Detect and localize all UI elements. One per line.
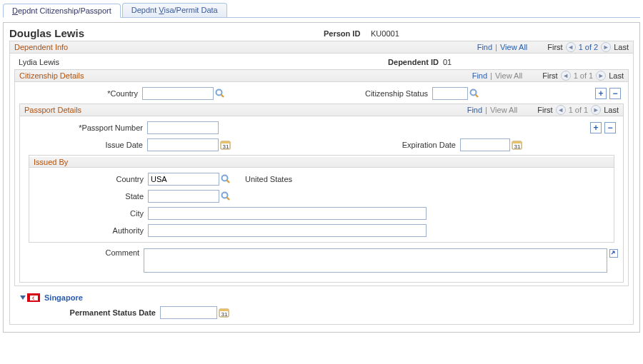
tab-citizenship-passport[interactable]: Depdnt Citizenship/Passport (3, 4, 121, 18)
last-label: Last (614, 43, 629, 51)
citizenship-bar: Citizenship Details Find | View All Firs… (14, 69, 629, 82)
collapse-icon[interactable] (19, 293, 27, 302)
expiration-date-label: Expiration Date (367, 141, 460, 149)
issued-by-bar: Issued By (29, 157, 614, 168)
person-name: Douglas Lewis (9, 27, 324, 39)
page-body: Douglas Lewis Person ID KU0001 Dependent… (3, 22, 640, 333)
svg-text:31: 31 (223, 143, 229, 150)
next-button[interactable]: ► (601, 42, 611, 52)
next-button[interactable]: ► (591, 105, 601, 115)
tab-visa-permit[interactable]: Depdnt Visa/Permit Data (122, 3, 227, 17)
svg-point-0 (216, 90, 222, 96)
tab-label: Depdnt Visa/Permit Data (131, 6, 218, 14)
citizenship-status-input[interactable] (432, 87, 468, 100)
view-all-label: View All (495, 71, 522, 80)
dependent-id-label: Dependent ID (372, 58, 443, 66)
singapore-flag-icon: ☾ (27, 293, 40, 302)
last-label: Last (604, 106, 619, 114)
last-label: Last (609, 71, 624, 80)
singapore-section-link[interactable]: Singapore (44, 293, 83, 302)
prev-button[interactable]: ◄ (556, 105, 566, 115)
person-id: KU0001 (371, 29, 399, 38)
first-label: First (547, 43, 562, 51)
svg-rect-14 (610, 250, 618, 258)
permanent-status-date-input[interactable] (160, 306, 217, 319)
lookup-icon[interactable] (469, 89, 479, 98)
country-label: *Country (19, 89, 142, 98)
city-input[interactable] (148, 207, 427, 220)
first-label: First (542, 71, 557, 80)
country-label: Country (34, 175, 148, 183)
lookup-icon[interactable] (221, 191, 231, 201)
lookup-icon[interactable] (215, 89, 225, 98)
comment-label: Comment (24, 248, 144, 257)
tab-label: Depdnt Citizenship/Passport (12, 6, 111, 15)
passport-country-input[interactable] (148, 173, 219, 186)
view-all-link[interactable]: View All (500, 43, 527, 51)
authority-input[interactable] (148, 224, 427, 237)
pager[interactable]: 1 of 2 (579, 43, 599, 51)
tab-strip: Depdnt Citizenship/Passport Depdnt Visa/… (3, 3, 640, 18)
svg-line-11 (227, 181, 230, 183)
authority-label: Authority (34, 226, 148, 235)
passport-number-label: *Passport Number (24, 123, 147, 132)
city-label: City (34, 209, 148, 218)
state-input[interactable] (148, 190, 219, 203)
comment-textarea[interactable] (144, 248, 607, 273)
status-label: Citizenship Status (339, 89, 432, 98)
view-all-label: View All (490, 106, 517, 114)
find-link[interactable]: Find (467, 106, 482, 114)
calendar-icon[interactable]: 31 (512, 140, 523, 151)
svg-text:31: 31 (221, 311, 228, 318)
person-id-label: Person ID (324, 29, 371, 38)
passport-bar: Passport Details Find | View All First ◄… (19, 103, 624, 116)
add-row-button[interactable]: + (595, 88, 607, 99)
country-description: United States (245, 175, 292, 183)
svg-point-2 (471, 90, 477, 96)
dependent-name: Lydia Lewis (14, 58, 372, 66)
dependent-id: 01 (443, 58, 452, 66)
find-link[interactable]: Find (477, 43, 492, 51)
add-row-button[interactable]: + (590, 122, 602, 133)
citizenship-country-input[interactable] (142, 87, 214, 100)
issue-date-label: Issue Date (24, 141, 147, 149)
prev-button[interactable]: ◄ (561, 71, 571, 81)
section-title: Dependent Info (14, 43, 68, 51)
section-title: Issued By (34, 158, 68, 166)
find-link[interactable]: Find (472, 71, 487, 80)
delete-row-button[interactable]: − (604, 122, 616, 133)
passport-number-input[interactable] (147, 121, 219, 134)
lookup-icon[interactable] (221, 174, 231, 184)
prev-button[interactable]: ◄ (566, 42, 576, 52)
svg-line-1 (221, 95, 224, 98)
permanent-status-date-label: Permanent Status Date (31, 308, 160, 317)
dependent-info-content: Lydia Lewis Dependent ID 01 Citizenship … (9, 54, 634, 325)
expiration-date-input[interactable] (460, 138, 510, 151)
issue-date-input[interactable] (147, 138, 219, 151)
svg-text:31: 31 (514, 143, 521, 150)
svg-point-12 (222, 193, 228, 198)
pager: 1 of 1 (574, 71, 594, 80)
passport-content: *Passport Number + − Issue Date 31 Expir… (19, 116, 624, 283)
svg-point-10 (222, 176, 228, 181)
pager: 1 of 1 (569, 106, 589, 114)
next-button[interactable]: ► (596, 71, 606, 81)
citizenship-content: *Country Citizenship Status + − Passpor (14, 82, 629, 286)
dependent-info-bar: Dependent Info Find | View All First ◄ 1… (9, 41, 634, 54)
first-label: First (537, 106, 552, 114)
svg-line-13 (227, 198, 230, 201)
state-label: State (34, 192, 148, 201)
calendar-icon[interactable]: 31 (220, 140, 231, 151)
delete-row-button[interactable]: − (609, 88, 621, 99)
section-title: Citizenship Details (19, 71, 84, 80)
svg-line-3 (476, 95, 479, 98)
zoom-icon[interactable] (609, 248, 619, 258)
calendar-icon[interactable]: 31 (219, 308, 230, 318)
section-title: Passport Details (24, 106, 81, 114)
